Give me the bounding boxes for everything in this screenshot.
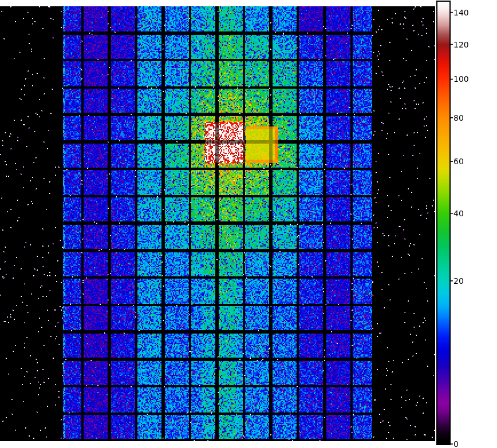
colorbar-tick-label: 20 (453, 276, 464, 286)
colorbar-tick-label: 100 (453, 74, 469, 84)
heatmap-canvas (0, 0, 497, 448)
colorbar-tick-label: 120 (453, 39, 469, 50)
detector-heatmap-figure: 140120100806040200 (0, 0, 497, 448)
colorbar-tick-label: 140 (453, 7, 469, 18)
colorbar-tick-label: 80 (453, 113, 464, 123)
colorbar-tick-label: 0 (453, 439, 459, 448)
colorbar-tick-label: 40 (453, 208, 464, 219)
colorbar-tick-label: 60 (453, 156, 464, 166)
